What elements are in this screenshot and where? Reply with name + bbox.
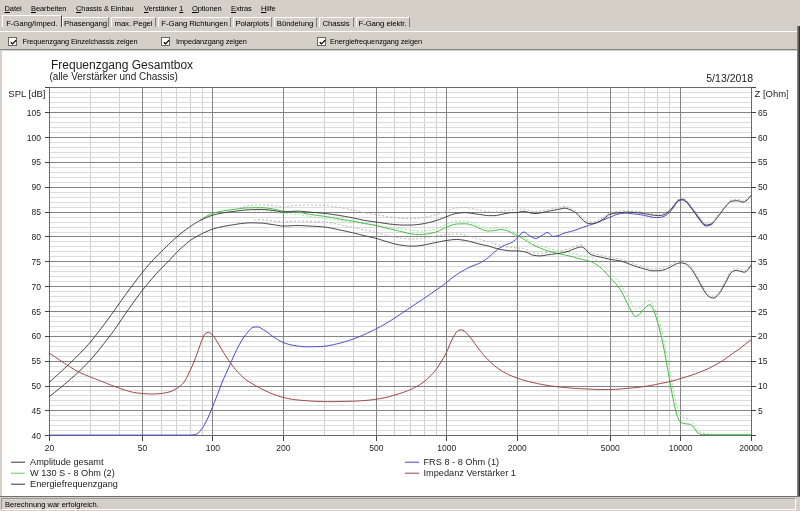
svg-text:500: 500 (369, 443, 383, 453)
svg-text:60: 60 (758, 133, 768, 143)
svg-text:95: 95 (32, 157, 42, 167)
svg-text:55: 55 (758, 157, 768, 167)
svg-text:200: 200 (276, 443, 290, 453)
svg-text:60: 60 (32, 331, 42, 341)
svg-text:85: 85 (32, 207, 42, 217)
svg-text:65: 65 (758, 108, 768, 118)
svg-text:80: 80 (32, 232, 42, 242)
svg-text:50: 50 (32, 381, 42, 391)
svg-text:100: 100 (206, 443, 220, 453)
svg-text:W 130 S - 8 Ohm (2): W 130 S - 8 Ohm (2) (30, 468, 115, 478)
svg-text:35: 35 (758, 257, 768, 267)
svg-text:45: 45 (32, 406, 42, 416)
svg-text:10: 10 (758, 381, 768, 391)
svg-text:FRS 8 - 8 Ohm (1): FRS 8 - 8 Ohm (1) (424, 457, 500, 467)
svg-text:30: 30 (758, 282, 768, 292)
svg-text:2000: 2000 (508, 443, 527, 453)
svg-text:50: 50 (758, 182, 768, 192)
svg-text:40: 40 (32, 431, 42, 441)
svg-text:Impedanz Verstärker 1: Impedanz Verstärker 1 (424, 468, 516, 478)
svg-text:20000: 20000 (739, 443, 763, 453)
svg-text:15: 15 (758, 356, 768, 366)
svg-text:55: 55 (32, 356, 42, 366)
svg-text:1000: 1000 (437, 443, 456, 453)
svg-text:5/13/2018: 5/13/2018 (706, 72, 753, 84)
svg-text:5000: 5000 (601, 443, 620, 453)
svg-text:10000: 10000 (669, 443, 693, 453)
svg-text:Z [Ohm]: Z [Ohm] (755, 88, 789, 99)
svg-text:45: 45 (758, 207, 768, 217)
svg-text:20: 20 (45, 443, 55, 453)
svg-text:Amplitude gesamt: Amplitude gesamt (30, 457, 104, 467)
svg-text:65: 65 (32, 307, 42, 317)
svg-text:70: 70 (32, 282, 42, 292)
svg-text:25: 25 (758, 307, 768, 317)
svg-text:105: 105 (27, 108, 41, 118)
svg-text:20: 20 (758, 331, 768, 341)
svg-text:Energiefrequenzgang: Energiefrequenzgang (30, 479, 118, 489)
svg-text:Frequenzgang Gesamtbox: Frequenzgang Gesamtbox (51, 58, 193, 72)
svg-text:SPL [dB]: SPL [dB] (8, 88, 45, 99)
svg-text:(alle Verstärker und Chassis): (alle Verstärker und Chassis) (50, 71, 178, 82)
svg-text:5: 5 (758, 406, 763, 416)
svg-text:100: 100 (27, 133, 41, 143)
svg-text:40: 40 (758, 232, 768, 242)
svg-text:90: 90 (32, 182, 42, 192)
svg-text:50: 50 (138, 443, 148, 453)
svg-text:75: 75 (32, 257, 42, 267)
